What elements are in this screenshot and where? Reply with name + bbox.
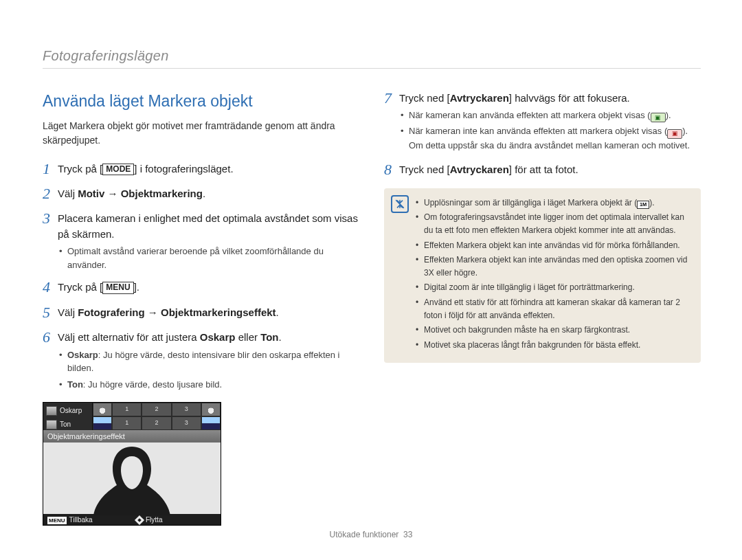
step-text-post: ] i fotograferingsläget. bbox=[134, 163, 233, 175]
step-number: 6 bbox=[43, 328, 58, 346]
step-bold: Fotografering → Objektmarkeringseffekt bbox=[78, 306, 276, 318]
thumb-icon bbox=[93, 403, 112, 416]
step-text-pre: Tryck på [ bbox=[58, 163, 102, 175]
sub-text: : Ju högre värde, desto ljusare bild. bbox=[83, 379, 222, 390]
thumb-num: 2 bbox=[142, 403, 171, 416]
camera-row2-label: Ton bbox=[60, 418, 71, 431]
footer-section: Utökade funktioner bbox=[330, 530, 399, 539]
note-box: Upplösningar som är tillgängliga i läget… bbox=[384, 188, 701, 363]
right-column: 7 Tryck ned [Avtryckaren] halvvägs för a… bbox=[384, 89, 701, 526]
camera-thumbnails: 1 2 3 1 2 3 bbox=[93, 403, 221, 430]
step-text: Placera kameran i enlighet med det optim… bbox=[58, 212, 358, 240]
step-8: 8 Tryck ned [Avtryckaren] för att ta fot… bbox=[384, 161, 701, 179]
note-item: Använd ett stativ för att förhindra att … bbox=[416, 296, 691, 322]
step-sub-bullet: När kameran inte kan använda effekten at… bbox=[399, 124, 701, 152]
step-2: 2 Välj Motiv → Objektmarkering. bbox=[43, 185, 359, 203]
blur-icon bbox=[46, 406, 57, 416]
step-text-post: ]. bbox=[134, 281, 139, 293]
note-item: Effekten Markera objekt kan inte använda… bbox=[416, 239, 691, 252]
mode-button-label: MODE bbox=[102, 164, 134, 176]
note-item: Effekten Markera objekt kan inte använda… bbox=[416, 254, 691, 279]
step-sub-bullet: Optimalt avstånd varierar beroende på vi… bbox=[58, 245, 359, 271]
note-item: Motivet och bakgrunden måste ha en skarp… bbox=[416, 324, 691, 337]
step-number: 1 bbox=[43, 160, 58, 178]
note-item: Digital zoom är inte tillgänglig i läget… bbox=[416, 281, 691, 294]
resolution-1m-icon: 1M bbox=[637, 201, 649, 209]
step-text: ] för att ta fotot. bbox=[509, 164, 578, 175]
note-item: Om fotograferingsavståndet inte ligger i… bbox=[416, 211, 691, 236]
note-icon bbox=[391, 195, 409, 213]
sub-lead: Ton bbox=[67, 379, 83, 390]
shutter-label: Avtryckaren bbox=[450, 92, 509, 104]
step-1: 1 Tryck på [MODE] i fotograferingsläget. bbox=[43, 160, 359, 178]
page-header: Fotograferingslägen bbox=[43, 48, 701, 69]
step-text: Tryck ned [ bbox=[399, 164, 450, 175]
step-number: 2 bbox=[43, 185, 58, 203]
ok-frame-icon: ▣ bbox=[651, 113, 666, 122]
sub-text: : Ju högre värde, desto intensivare blir… bbox=[67, 350, 340, 374]
note-item: Upplösningar som är tillgängliga i läget… bbox=[416, 197, 691, 210]
step-text-pre: Välj ett alternativ för att justera bbox=[58, 331, 200, 343]
step-text-pre: Tryck på [ bbox=[58, 281, 102, 293]
page-footer: Utökade funktioner 33 bbox=[0, 530, 742, 539]
step-text-mid: eller bbox=[235, 331, 260, 343]
step-6: 6 Välj ett alternativ för att justera Os… bbox=[43, 328, 359, 391]
step-sub-bullet: Ton: Ju högre värde, desto ljusare bild. bbox=[58, 378, 359, 392]
step-bold2: Ton bbox=[260, 331, 278, 343]
step-number: 5 bbox=[43, 304, 58, 322]
step-text-pre: Välj bbox=[58, 306, 78, 318]
sub-lead: Oskarp bbox=[67, 350, 98, 360]
fail-frame-icon: ▣ bbox=[667, 129, 682, 139]
step-3: 3 Placera kameran i enlighet med det opt… bbox=[43, 210, 359, 271]
step-sub-bullet: Oskarp: Ju högre värde, desto intensivar… bbox=[58, 348, 359, 375]
step-text-pre: Välj bbox=[58, 188, 78, 199]
thumb-icon bbox=[93, 416, 112, 430]
step-bold: Oskarp bbox=[200, 331, 236, 343]
section-title: Använda läget Markera objekt bbox=[43, 89, 359, 113]
tone-icon bbox=[46, 420, 57, 429]
camera-row1-label: Oskarp bbox=[60, 405, 82, 417]
step-number: 3 bbox=[43, 210, 58, 227]
step-text: Tryck ned [ bbox=[399, 92, 450, 104]
sub-text-a: När kameran kan använda effekten att mar… bbox=[409, 110, 651, 120]
note-item: Motivet ska placeras långt från bakgrund… bbox=[416, 339, 691, 352]
step-text-post: . bbox=[203, 188, 205, 199]
camera-menu-button: MENU bbox=[47, 517, 67, 524]
thumb-icon bbox=[201, 416, 221, 430]
sub-text-b: ). bbox=[666, 110, 671, 120]
thumb-num: 3 bbox=[172, 416, 201, 430]
step-number: 8 bbox=[384, 161, 399, 179]
step-text-post: . bbox=[276, 306, 279, 318]
camera-screen-illustration: Oskarp Ton 1 2 3 1 2 3 Objektmarkeringse… bbox=[43, 402, 221, 526]
note-text-b: ). bbox=[649, 198, 654, 208]
thumb-icon bbox=[201, 403, 221, 416]
step-5: 5 Välj Fotografering → Objektmarkeringse… bbox=[43, 304, 359, 322]
camera-preview bbox=[43, 443, 221, 514]
thumb-num: 1 bbox=[112, 416, 142, 430]
note-text-a: Upplösningar som är tillgängliga i läget… bbox=[424, 198, 637, 208]
step-sub-bullet: När kameran kan använda effekten att mar… bbox=[399, 109, 701, 123]
thumb-num: 1 bbox=[112, 403, 142, 416]
two-column-layout: Använda läget Markera objekt Läget Marke… bbox=[43, 89, 701, 526]
menu-button-label: MENU bbox=[102, 282, 133, 294]
section-intro: Läget Markera objekt gör motivet mer fra… bbox=[43, 119, 359, 148]
dpad-icon bbox=[135, 515, 144, 525]
step-number: 7 bbox=[384, 89, 399, 107]
step-7: 7 Tryck ned [Avtryckaren] halvvägs för a… bbox=[384, 89, 701, 153]
left-column: Använda läget Markera objekt Läget Marke… bbox=[43, 89, 359, 526]
step-number: 4 bbox=[43, 278, 58, 296]
step-bold: Motiv → Objektmarkering bbox=[78, 188, 203, 199]
thumb-num: 3 bbox=[172, 403, 201, 416]
step-4: 4 Tryck på [MENU]. bbox=[43, 278, 359, 296]
thumb-num: 2 bbox=[142, 416, 171, 430]
portrait-silhouette-icon bbox=[84, 441, 180, 517]
footer-page-number: 33 bbox=[403, 530, 412, 539]
step-text: ] halvvägs för att fokusera. bbox=[509, 92, 630, 104]
sub-text-a: När kameran inte kan använda effekten at… bbox=[409, 126, 667, 136]
shutter-label: Avtryckaren bbox=[450, 164, 509, 175]
step-text-post: . bbox=[279, 331, 282, 343]
